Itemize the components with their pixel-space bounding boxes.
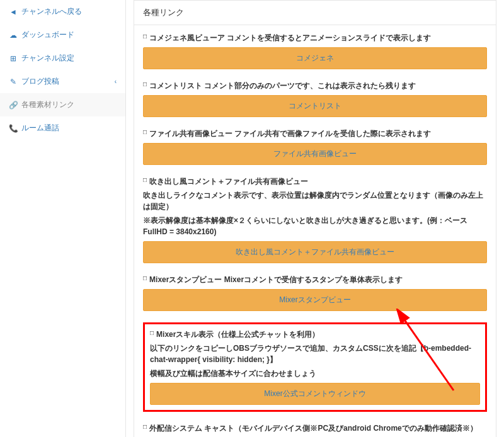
sidebar-item-label: 各種素材リンク [21, 99, 74, 110]
link-icon: 🔗 [9, 101, 18, 110]
section-cast: □外配信システム キャスト（モバイルデバイス側※PC及びandroid Chro… [143, 423, 487, 437]
sidebar-item-label: チャンネル設定 [21, 53, 74, 64]
section-mixer-skill: □Mixerスキル表示（仕様上公式チャットを利用） 以下のリンクをコピーしOBS… [150, 329, 480, 405]
mixer-stamp-button[interactable]: Mixerスタンプビュー [143, 289, 487, 311]
section-file-share: □ファイル共有画像ビュー ファイル共有で画像ファイルを受信した際に表示されます … [143, 128, 487, 165]
section-desc: 以下のリンクをコピーしOBSブラウザソースで追加、カスタムCSSに次を追記【b-… [150, 343, 480, 365]
sidebar-item-label: ルーム通話 [21, 123, 59, 133]
dashboard-icon: ☁ [9, 31, 18, 40]
main-content: 各種リンク □コメジェネ風ビューア コメントを受信するとアニメーションスライドで… [126, 0, 504, 437]
section-desc: 横幅及び立幅は配信基本サイズに合わせましょう [150, 368, 480, 379]
sidebar-item-channel-settings[interactable]: ⊞ チャンネル設定 [0, 47, 125, 70]
panel-title: 各種リンク [134, 1, 496, 25]
mixer-official-button[interactable]: Mixer公式コメントウィンドウ [150, 383, 480, 405]
back-icon: ◄ [9, 8, 18, 16]
section-title: □コメジェネ風ビューア コメントを受信するとアニメーションスライドで表示します [143, 33, 487, 43]
checkbox-icon: □ [150, 329, 154, 336]
section-mixer-stamp: □Mixerスタンプビュー Mixerコメントで受信するスタンプを単体表示します… [143, 275, 487, 311]
checkbox-icon: □ [143, 423, 147, 430]
edit-icon: ✎ [9, 77, 18, 86]
sidebar-item-label: ブログ投稿 [21, 76, 59, 87]
checkbox-icon: □ [143, 33, 147, 40]
phone-icon: 📞 [9, 124, 18, 133]
sidebar-item-dashboard[interactable]: ☁ ダッシュボード [0, 23, 125, 47]
highlighted-section: □Mixerスキル表示（仕様上公式チャットを利用） 以下のリンクをコピーしOBS… [143, 322, 487, 412]
grid-icon: ⊞ [9, 54, 18, 63]
section-title: □コメントリスト コメント部分のみのパーツです、これは表示されたら残ります [143, 81, 487, 91]
checkbox-icon: □ [143, 176, 147, 183]
comment-list-button[interactable]: コメントリスト [143, 95, 487, 117]
sidebar-item-blog-post[interactable]: ✎ ブログ投稿 ‹ [0, 70, 125, 93]
file-share-button[interactable]: ファイル共有画像ビュー [143, 143, 487, 165]
section-desc: ※表示解像度は基本解像度×２くらいにしないと吹き出しが大き過ぎると思います。(例… [143, 215, 487, 237]
checkbox-icon: □ [143, 81, 147, 88]
sidebar: ◄ チャンネルへ戻る ☁ ダッシュボード ⊞ チャンネル設定 ✎ ブログ投稿 ‹… [0, 0, 126, 437]
chevron-left-icon: ‹ [115, 78, 117, 85]
bubble-comment-button[interactable]: 吹き出し風コメント＋ファイル共有画像ビュー [143, 241, 487, 263]
section-title: □Mixerスタンプビュー Mixerコメントで受信するスタンプを単体表示します [143, 275, 487, 285]
sidebar-item-label: ダッシュボード [21, 30, 74, 40]
section-title: □外配信システム キャスト（モバイルデバイス側※PC及びandroid Chro… [143, 423, 487, 434]
section-title: □ファイル共有画像ビュー ファイル共有で画像ファイルを受信した際に表示されます [143, 128, 487, 139]
checkbox-icon: □ [143, 128, 147, 135]
panel-body: □コメジェネ風ビューア コメントを受信するとアニメーションスライドで表示します … [134, 25, 496, 437]
sidebar-item-label: チャンネルへ戻る [21, 6, 82, 17]
sidebar-item-room-call[interactable]: 📞 ルーム通話 [0, 116, 125, 140]
section-title: □吹き出し風コメント＋ファイル共有画像ビュー [143, 176, 487, 187]
section-bubble-comment: □吹き出し風コメント＋ファイル共有画像ビュー 吹き出しライクなコメント表示です、… [143, 176, 487, 263]
links-panel: 各種リンク □コメジェネ風ビューア コメントを受信するとアニメーションスライドで… [134, 0, 496, 437]
section-desc: 吹き出しライクなコメント表示です、表示位置は解像度内でランダム位置となります（画… [143, 190, 487, 212]
sidebar-item-back[interactable]: ◄ チャンネルへ戻る [0, 0, 125, 23]
sidebar-item-links[interactable]: 🔗 各種素材リンク [0, 93, 125, 116]
section-title: □Mixerスキル表示（仕様上公式チャットを利用） [150, 329, 480, 340]
checkbox-icon: □ [143, 275, 147, 281]
section-comment-list: □コメントリスト コメント部分のみのパーツです、これは表示されたら残ります コメ… [143, 81, 487, 117]
komegene-button[interactable]: コメジェネ [143, 47, 487, 69]
section-komegene: □コメジェネ風ビューア コメントを受信するとアニメーションスライドで表示します … [143, 33, 487, 69]
